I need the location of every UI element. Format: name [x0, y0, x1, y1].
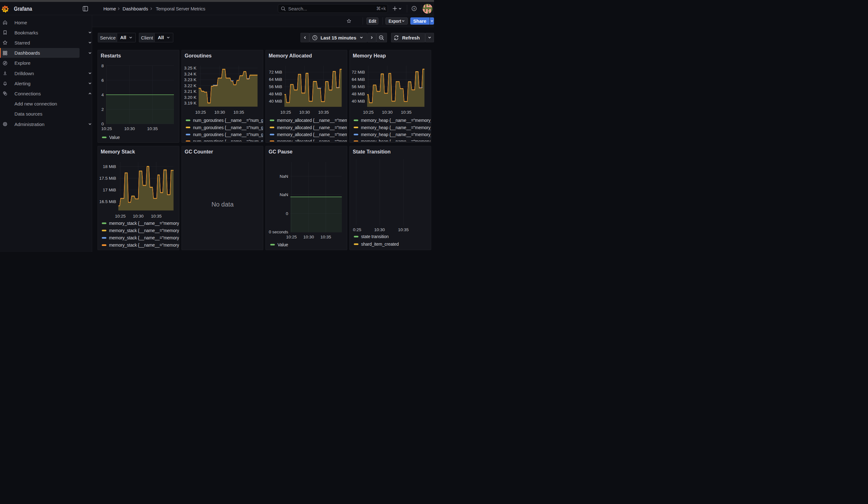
svg-text:memory_allocated {__name__="me: memory_allocated {__name__="memc: [277, 139, 347, 143]
svg-text:10:30: 10:30: [382, 110, 393, 115]
svg-text:memory_stack {__name__="memory: memory_stack {__name__="memory_s: [109, 243, 179, 248]
svg-text:memory_heap {__name__="memory_: memory_heap {__name__="memory_h: [361, 118, 432, 123]
svg-text:10:30: 10:30: [124, 126, 135, 131]
svg-text:NaN: NaN: [279, 192, 288, 197]
svg-text:64 MiB: 64 MiB: [352, 77, 365, 82]
svg-text:state transition: state transition: [361, 234, 389, 239]
svg-text:10:35: 10:35: [147, 126, 158, 131]
svg-text:2: 2: [101, 107, 104, 112]
svg-text:10:25: 10:25: [363, 110, 374, 115]
svg-text:18 MiB: 18 MiB: [103, 164, 116, 169]
svg-text:3.24 K: 3.24 K: [184, 72, 196, 76]
svg-text:3.19 K: 3.19 K: [184, 101, 196, 105]
svg-text:17.5 MiB: 17.5 MiB: [99, 176, 116, 181]
svg-text:48 MiB: 48 MiB: [352, 92, 365, 96]
svg-text:10:30: 10:30: [299, 110, 310, 115]
svg-text:?: ?: [413, 7, 415, 10]
svg-text:10:35: 10:35: [151, 214, 162, 218]
svg-text:10:35: 10:35: [233, 110, 244, 115]
svg-text:17 MiB: 17 MiB: [103, 187, 116, 192]
svg-text:10:30: 10:30: [303, 235, 314, 239]
svg-text:10:35: 10:35: [398, 227, 409, 232]
svg-text:10:25: 10:25: [195, 110, 206, 115]
svg-text:64 MiB: 64 MiB: [269, 77, 282, 82]
svg-text:4: 4: [101, 93, 104, 97]
svg-text:10:30: 10:30: [374, 227, 385, 232]
svg-text:memory_allocated {__name__="me: memory_allocated {__name__="memc: [277, 132, 347, 137]
svg-text:memory_stack {__name__="memory: memory_stack {__name__="memory_s: [109, 228, 179, 233]
svg-text:memory_stack {__name__="memory: memory_stack {__name__="memory_s: [109, 221, 179, 226]
svg-text:6: 6: [101, 78, 104, 83]
svg-text:memory_stack {__name__="memory: memory_stack {__name__="memory_s: [109, 236, 179, 240]
svg-text:10:25: 10:25: [101, 126, 112, 131]
svg-text:72 MiB: 72 MiB: [352, 70, 365, 74]
svg-text:10:25: 10:25: [280, 110, 291, 115]
svg-text:memory_heap {__name__="memory_: memory_heap {__name__="memory_h: [361, 139, 432, 143]
svg-text:10:35: 10:35: [318, 110, 329, 115]
svg-text:10:25: 10:25: [286, 235, 297, 239]
svg-text:memory_allocated {__name__="me: memory_allocated {__name__="memc: [277, 125, 347, 130]
svg-text:40 MiB: 40 MiB: [269, 99, 282, 104]
svg-text:3.21 K: 3.21 K: [184, 89, 196, 94]
svg-text:num_goroutines {__name__="num_: num_goroutines {__name__="num_go: [193, 125, 263, 130]
svg-text:10:25: 10:25: [115, 214, 126, 218]
svg-text:3.22 K: 3.22 K: [184, 83, 196, 88]
svg-text:8: 8: [101, 63, 104, 68]
svg-text:0: 0: [101, 122, 104, 126]
svg-text:0 seconds: 0 seconds: [269, 229, 288, 234]
svg-text:NaN: NaN: [279, 174, 288, 179]
svg-text:48 MiB: 48 MiB: [269, 92, 282, 96]
svg-text:40 MiB: 40 MiB: [352, 99, 365, 104]
svg-text:16.5 MiB: 16.5 MiB: [99, 199, 116, 204]
svg-text:10:30: 10:30: [214, 110, 225, 115]
svg-text:3.23 K: 3.23 K: [184, 78, 196, 82]
svg-text:memory_heap {__name__="memory_: memory_heap {__name__="memory_h: [361, 132, 432, 137]
svg-text:0: 0: [286, 211, 288, 216]
svg-text:memory_heap {__name__="memory_: memory_heap {__name__="memory_h: [361, 125, 432, 130]
svg-text:Value: Value: [109, 135, 120, 140]
svg-text:memory_allocated {__name__="me: memory_allocated {__name__="memc: [277, 118, 347, 123]
svg-text:num_goroutines {__name__="num_: num_goroutines {__name__="num_go: [193, 139, 263, 143]
svg-text:56 MiB: 56 MiB: [352, 84, 365, 89]
svg-text:56 MiB: 56 MiB: [269, 84, 282, 89]
svg-text:num_goroutines {__name__="num_: num_goroutines {__name__="num_go: [193, 118, 263, 123]
svg-text:num_goroutines {__name__="num_: num_goroutines {__name__="num_go: [193, 132, 263, 137]
svg-text:10:35: 10:35: [320, 235, 331, 239]
svg-text:shard_item_created: shard_item_created: [361, 242, 399, 247]
svg-text:3.20 K: 3.20 K: [184, 95, 196, 100]
svg-text:0:25: 0:25: [353, 227, 361, 232]
svg-text:72 MiB: 72 MiB: [269, 70, 282, 74]
svg-text:10:35: 10:35: [401, 110, 412, 115]
svg-text:Value: Value: [277, 243, 288, 247]
svg-text:10:30: 10:30: [133, 214, 143, 218]
svg-text:3.25 K: 3.25 K: [184, 66, 196, 70]
